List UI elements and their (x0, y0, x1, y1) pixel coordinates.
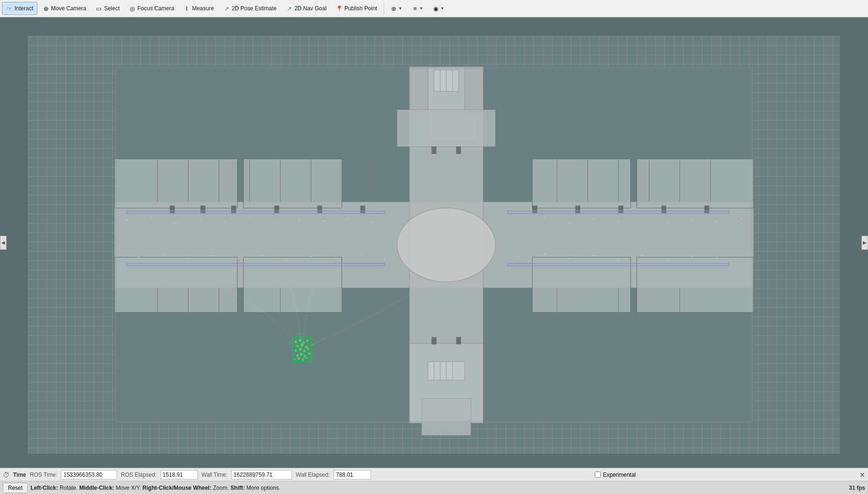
ros-time-input[interactable] (61, 470, 117, 479)
svg-point-72 (188, 258, 189, 259)
svg-rect-14 (465, 67, 483, 116)
ros-elapsed-input[interactable] (160, 470, 198, 479)
svg-point-88 (692, 219, 693, 220)
pose-estimate-label: 2D Pose Estimate (232, 5, 277, 12)
svg-point-73 (212, 255, 213, 257)
svg-point-86 (642, 217, 644, 218)
display-button[interactable]: ◉ ▼ (429, 2, 449, 15)
svg-point-117 (298, 357, 300, 360)
crosshair-button[interactable]: ⊕ ▼ (387, 2, 407, 15)
help-text: Left-Click: Rotate. Middle-Click: Move X… (30, 485, 280, 491)
dropdown-arrow-3: ▼ (440, 6, 445, 11)
floorplan-svg (28, 36, 840, 454)
viewport[interactable]: ◀ ▶ (0, 17, 868, 468)
left-click-label: Left-Click: (30, 485, 58, 491)
bottom-bar: Reset Left-Click: Rotate. Middle-Click: … (0, 481, 868, 494)
svg-point-87 (667, 222, 668, 224)
svg-point-3 (397, 208, 496, 282)
svg-point-111 (307, 348, 309, 350)
svg-point-71 (163, 254, 164, 255)
interact-label: Interact (15, 5, 33, 12)
svg-rect-19 (200, 205, 205, 213)
svg-rect-24 (532, 205, 538, 213)
nav-goal-label: 2D Nav Goal (294, 5, 327, 12)
clock-icon: ⏱ (3, 471, 9, 479)
svg-rect-17 (422, 399, 471, 436)
rotate-text: Rotate. (59, 485, 79, 491)
svg-point-63 (225, 221, 226, 222)
svg-point-116 (293, 358, 295, 360)
svg-rect-30 (456, 146, 461, 154)
svg-point-67 (323, 220, 324, 222)
toolbar: ☞ Interact ⊕ Move Camera ▭ Select ◎ Focu… (0, 0, 868, 17)
zoom-text: Zoom. (213, 485, 230, 491)
publish-point-icon: 📍 (336, 5, 343, 12)
lines-button[interactable]: ≡ ▼ (408, 2, 428, 15)
svg-point-103 (302, 341, 305, 344)
svg-point-85 (618, 221, 619, 222)
lines-icon: ≡ (412, 5, 418, 12)
svg-point-115 (308, 352, 310, 355)
svg-point-84 (593, 218, 595, 220)
pose-estimate-button[interactable]: ↗ 2D Pose Estimate (219, 2, 281, 15)
svg-point-119 (306, 357, 308, 359)
select-button[interactable]: ▭ Select (91, 2, 124, 15)
svg-point-95 (618, 258, 619, 260)
svg-point-66 (298, 219, 299, 220)
svg-rect-27 (661, 205, 666, 213)
shift-label: Shift: (231, 485, 245, 491)
svg-point-89 (716, 220, 717, 222)
svg-point-113 (300, 353, 303, 356)
svg-point-77 (311, 256, 312, 257)
svg-point-80 (384, 258, 386, 260)
svg-point-60 (151, 217, 152, 218)
svg-point-118 (302, 358, 304, 361)
reset-button[interactable]: Reset (3, 483, 28, 493)
wall-time-input[interactable] (231, 470, 292, 479)
svg-rect-21 (274, 205, 279, 213)
select-label: Select (104, 5, 119, 12)
display-icon: ◉ (433, 5, 439, 12)
experimental-checkbox[interactable] (595, 472, 601, 478)
statusbar-close-button[interactable]: ✕ (860, 471, 865, 479)
move-camera-button[interactable]: ⊕ Move Camera (38, 2, 90, 15)
left-panel-arrow[interactable]: ◀ (0, 236, 7, 250)
publish-point-button[interactable]: 📍 Publish Point (332, 2, 381, 15)
svg-point-75 (261, 255, 263, 256)
svg-point-68 (347, 218, 349, 219)
separator-1 (384, 3, 384, 14)
svg-rect-18 (170, 205, 175, 213)
wall-elapsed-input[interactable] (334, 470, 371, 479)
svg-rect-13 (409, 67, 428, 116)
nav-goal-button[interactable]: ↗ 2D Nav Goal (282, 2, 331, 15)
focus-camera-label: Focus Camera (138, 5, 175, 12)
svg-point-79 (360, 254, 361, 255)
more-options-text: More options. (247, 485, 281, 491)
publish-point-label: Publish Point (344, 5, 377, 12)
svg-point-106 (300, 343, 304, 347)
wall-time-label: Wall Time: (202, 472, 228, 478)
map-container (28, 36, 840, 454)
svg-rect-29 (431, 146, 437, 154)
svg-rect-8 (532, 159, 631, 208)
svg-point-120 (289, 342, 291, 344)
svg-point-126 (295, 364, 297, 366)
svg-rect-31 (431, 337, 437, 344)
svg-point-92 (544, 254, 546, 255)
svg-point-96 (642, 255, 644, 256)
svg-point-104 (306, 340, 308, 342)
crosshair-icon: ⊕ (391, 5, 397, 12)
svg-point-123 (314, 352, 315, 353)
select-icon: ▭ (95, 5, 102, 12)
svg-point-82 (544, 217, 546, 218)
experimental-section: Experimental (595, 472, 635, 478)
right-panel-arrow[interactable]: ▶ (861, 236, 868, 250)
svg-point-127 (303, 365, 305, 367)
focus-camera-button[interactable]: ◎ Focus Camera (125, 2, 179, 15)
measure-button[interactable]: ⌇ Measure (179, 2, 218, 15)
svg-point-76 (286, 260, 287, 261)
interact-icon: ☞ (6, 5, 13, 12)
svg-point-59 (126, 220, 128, 221)
svg-point-112 (296, 354, 299, 356)
interact-button[interactable]: ☞ Interact (2, 2, 37, 15)
